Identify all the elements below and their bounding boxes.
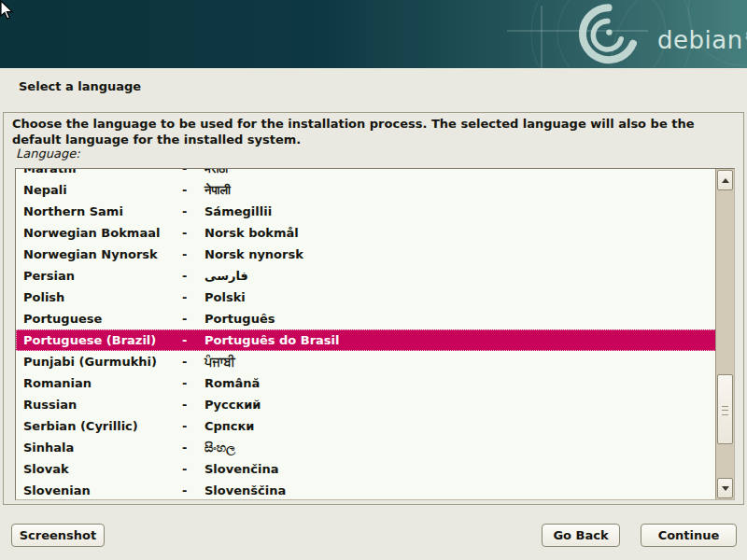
- language-list-item[interactable]: Portuguese (Brazil) - Português do Brasi…: [16, 329, 716, 351]
- language-native-name: Русский: [204, 398, 716, 412]
- language-list-item[interactable]: Norwegian Bokmaal - Norsk bokmål: [16, 222, 716, 244]
- language-native-name: नेपाली: [204, 183, 716, 198]
- continue-button[interactable]: Continue: [641, 524, 737, 547]
- language-native-name: සිංහල: [204, 441, 716, 455]
- language-list-rows: Marathi - मराठी Nepali - नेपाली Northern…: [16, 168, 716, 500]
- language-name: Serbian (Cyrillic): [23, 419, 182, 433]
- language-native-name: मराठी: [204, 168, 716, 176]
- language-list-item[interactable]: Serbian (Cyrillic) - Српски: [16, 415, 716, 437]
- language-list-item[interactable]: Nepali - नेपाली: [16, 179, 716, 201]
- language-separator: -: [182, 376, 204, 390]
- language-separator: -: [182, 333, 204, 347]
- language-native-name: Sámegillii: [204, 204, 716, 218]
- language-list-item[interactable]: Sinhala - සිංහල: [16, 437, 716, 458]
- language-name: Persian: [23, 269, 182, 283]
- debian-brand-text: debian8: [657, 26, 747, 54]
- banner-decoration: [0, 0, 747, 68]
- language-name: Northern Sami: [23, 204, 182, 218]
- language-name: Nepali: [23, 183, 182, 197]
- language-separator: -: [182, 226, 204, 240]
- language-separator: -: [182, 183, 204, 197]
- language-list-item[interactable]: Slovenian - Slovenščina: [16, 480, 716, 500]
- language-name: Punjabi (Gurmukhi): [23, 355, 182, 369]
- scrollbar-thumb[interactable]: [717, 374, 733, 444]
- language-separator: -: [182, 462, 204, 476]
- language-name: Sinhala: [23, 441, 182, 455]
- language-native-name: Slovenčina: [204, 462, 716, 476]
- language-list-item[interactable]: Marathi - मराठी: [16, 168, 716, 179]
- language-list-item[interactable]: Polish - Polski: [16, 287, 716, 308]
- language-native-name: Português: [204, 312, 716, 326]
- language-name: Norwegian Nynorsk: [23, 247, 182, 261]
- language-separator: -: [182, 398, 204, 412]
- language-name: Slovenian: [23, 483, 182, 497]
- installer-banner: debian8: [0, 0, 747, 68]
- language-name: Slovak: [23, 462, 182, 476]
- language-native-name: Српски: [204, 419, 716, 433]
- screenshot-button[interactable]: Screenshot: [11, 524, 105, 547]
- language-label: Language:: [16, 147, 80, 161]
- description-text: Choose the language to be used for the i…: [12, 117, 731, 147]
- language-native-name: Português do Brasil: [204, 333, 716, 347]
- mouse-cursor-icon: [0, 0, 14, 21]
- chevron-down-icon: [722, 486, 729, 491]
- language-list-item[interactable]: Romanian - Română: [16, 372, 716, 394]
- language-name: Marathi: [23, 168, 182, 175]
- language-list-item[interactable]: Slovak - Slovenčina: [16, 458, 716, 480]
- language-separator: -: [182, 247, 204, 261]
- language-native-name: فارسی: [204, 269, 716, 283]
- language-native-name: Română: [204, 376, 716, 390]
- language-name: Portuguese (Brazil): [23, 333, 182, 347]
- language-name: Norwegian Bokmaal: [23, 226, 182, 240]
- language-name: Romanian: [23, 376, 182, 390]
- language-list-item[interactable]: Northern Sami - Sámegillii: [16, 201, 716, 222]
- chevron-up-icon: [722, 178, 729, 183]
- language-name: Russian: [23, 398, 182, 412]
- language-list: Marathi - मराठी Nepali - नेपाली Northern…: [15, 168, 735, 500]
- language-native-name: Norsk bokmål: [204, 226, 716, 240]
- scrollbar[interactable]: [715, 169, 734, 499]
- language-separator: -: [182, 441, 204, 455]
- page-title: Select a language: [19, 79, 141, 93]
- language-separator: -: [182, 168, 204, 175]
- language-list-item[interactable]: Persian - فارسی: [16, 265, 716, 287]
- language-separator: -: [182, 419, 204, 433]
- language-list-item[interactable]: Portuguese - Português: [16, 308, 716, 329]
- language-list-item[interactable]: Russian - Русский: [16, 394, 716, 415]
- go-back-button[interactable]: Go Back: [542, 524, 620, 547]
- scrollbar-down-button[interactable]: [717, 478, 733, 498]
- language-separator: -: [182, 355, 204, 369]
- language-separator: -: [182, 204, 204, 218]
- language-native-name: Polski: [204, 290, 716, 304]
- language-native-name: ਪੰਜਾਬੀ: [204, 355, 716, 370]
- language-separator: -: [182, 290, 204, 304]
- language-name: Polish: [23, 290, 182, 304]
- language-separator: -: [182, 269, 204, 283]
- language-list-item[interactable]: Norwegian Nynorsk - Norsk nynorsk: [16, 244, 716, 265]
- content-box: Choose the language to be used for the i…: [3, 112, 744, 505]
- language-separator: -: [182, 312, 204, 326]
- language-list-item[interactable]: Punjabi (Gurmukhi) - ਪੰਜਾਬੀ: [16, 351, 716, 372]
- scrollbar-grip: [722, 406, 728, 415]
- language-separator: -: [182, 483, 204, 497]
- language-native-name: Slovenščina: [204, 483, 716, 497]
- language-native-name: Norsk nynorsk: [204, 247, 716, 261]
- language-name: Portuguese: [23, 312, 182, 326]
- scrollbar-up-button[interactable]: [717, 170, 733, 190]
